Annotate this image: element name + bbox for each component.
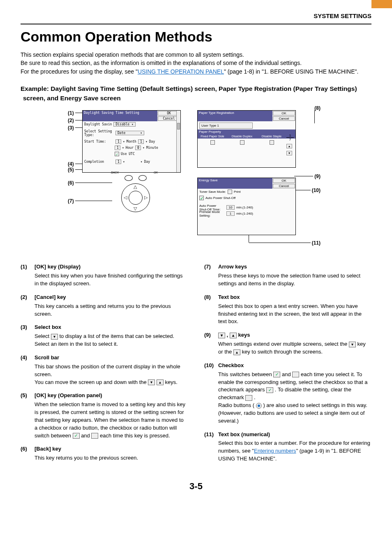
staple-check[interactable] (270, 140, 274, 145)
row4-label: Completion (84, 160, 114, 164)
callout-9: (9) (314, 173, 321, 179)
intro-line1: This section explains special operation … (21, 51, 244, 58)
callout-4: (4) (68, 161, 74, 167)
auto-off-check[interactable] (199, 196, 204, 200)
row2-label: Select Setting Type: (84, 130, 114, 137)
use-utc-checkbox[interactable] (115, 152, 119, 156)
minute-num[interactable]: 0 (135, 146, 141, 150)
checkbox-off-icon (91, 433, 98, 439)
page-down-key[interactable]: ▾ (286, 151, 292, 155)
callout-7: (7) (68, 198, 74, 204)
callout-2: (2) (68, 118, 74, 123)
diagram-left: (1) (2) (3) (4) (5) (6) (7) Daylight Sav… (21, 109, 185, 232)
row1-label: Daylight Savin (84, 123, 112, 126)
item-4: (4)Scroll bar This bar shows the positio… (21, 354, 188, 386)
entering-numbers-link[interactable]: Entering numbers (254, 448, 296, 454)
item-6: (6)[Back] key This key returns you to th… (21, 445, 188, 462)
divider-top (21, 23, 371, 25)
back-key[interactable] (125, 175, 133, 181)
row2-select[interactable]: Date▾ (115, 131, 144, 135)
scrollbar[interactable] (176, 111, 180, 172)
item-1: (1)[OK] key (Display) Select this key wh… (21, 263, 188, 288)
callout-6: (6) (68, 180, 74, 186)
es-cancel-button[interactable]: Cancel (273, 184, 295, 188)
operation-panel-link[interactable]: USING THE OPERATION PANEL (138, 68, 224, 75)
page-down-icon-2: ▾ (349, 342, 356, 347)
page-up-icon-2: ▴ (233, 349, 240, 355)
energy-title: Energy Save (198, 178, 272, 189)
pt-cancel-button[interactable]: Cancel (273, 116, 295, 121)
user-type-textbox[interactable]: User Type 1 (199, 123, 253, 129)
item-9: (9) ▾ , ▴ keys When settings extend over… (204, 331, 371, 356)
fixed-check[interactable] (210, 140, 215, 145)
scroll-up-icon: ▴ (157, 379, 164, 385)
panel-title: Daylight Saving Time Setting (83, 111, 157, 121)
diagram-right: (8) (9) (10) (11) Paper Type Registratio… (193, 109, 366, 252)
auto-off-num[interactable]: 10 (226, 205, 235, 210)
scroll-thumb[interactable] (177, 123, 180, 130)
dropdown-icon: ▾ (51, 334, 58, 340)
arrow-up-icon[interactable]: △ (134, 184, 137, 190)
page-down-icon: ▾ (218, 333, 225, 338)
callout-11: (11) (312, 240, 321, 246)
callout-3: (3) (68, 125, 74, 131)
checkbox-off-icon-3 (245, 395, 252, 401)
explanations: (1)[OK] key (Display) Select this key wh… (21, 263, 371, 469)
ok-panel-key[interactable] (138, 175, 147, 181)
item-10: (10)Checkbox This switches between and e… (204, 362, 371, 425)
month-num[interactable]: 1 (115, 139, 121, 144)
paper-type-panel: Paper Type Registration OK Cancel User T… (197, 110, 296, 168)
hour-num[interactable]: 1 (115, 146, 120, 150)
section-header: SYSTEM SETTINGS (21, 12, 371, 19)
item-2: (2)[Cancel] key This key cancels a setti… (21, 294, 188, 318)
energy-save-panel: Energy Save OK Cancel Toner Save Mode: P… (197, 178, 296, 235)
arrow-right-icon[interactable]: ▷ (144, 195, 148, 200)
page-up-key[interactable]: ▴ (286, 144, 292, 148)
preheat-num[interactable]: 1 (226, 211, 235, 216)
row3-label: Start Time: (84, 140, 114, 143)
item-3: (3)Select box Select ▾ to display a list… (21, 324, 188, 348)
example-heading: Example: Daylight Saving Time Setting (D… (21, 84, 371, 103)
page-number: 3-5 (21, 481, 371, 492)
intro-line3a: For the procedures for using the display… (21, 68, 138, 75)
item-11: (11)Text box (numerical) Select this box… (204, 431, 371, 463)
intro-line3b: " (page 1-8) in "1. BEFORE USING THE MAC… (224, 68, 358, 75)
col-right: (7)Arrow keys Press these keys to move t… (204, 263, 371, 469)
paper-title: Paper Type Registration (198, 111, 272, 121)
daylight-panel: Daylight Saving Time Setting OK Cancel D… (82, 110, 181, 173)
item-5: (5)[OK] key (Operation panel) When the s… (21, 392, 188, 439)
dpad[interactable]: △ ▽ ◁ ▷ (121, 183, 150, 212)
intro-text: This section explains special operation … (21, 51, 371, 76)
toner-print-check[interactable] (228, 190, 232, 194)
callout-5: (5) (68, 167, 74, 173)
page-up-icon: ▴ (230, 333, 237, 338)
pt-ok-button[interactable]: OK (273, 111, 295, 116)
row1-select[interactable]: Disable ▾ (113, 122, 135, 127)
scroll-down-icon: ▾ (148, 379, 155, 385)
callout-1: (1) (68, 110, 74, 116)
day-num[interactable]: 1 (138, 139, 144, 144)
checkbox-off-icon-2 (292, 372, 299, 377)
arrow-left-icon[interactable]: ◁ (124, 195, 127, 200)
diagrams-row: (1) (2) (3) (4) (5) (6) (7) Daylight Sav… (21, 109, 371, 252)
es-ok-button[interactable]: OK (273, 178, 295, 183)
physical-keys: BACK OK △ ▽ ◁ ▷ (111, 175, 160, 212)
checkbox-on-icon (73, 433, 80, 439)
page-title: Common Operation Methods (21, 29, 371, 45)
col-left: (1)[OK] key (Display) Select this key wh… (21, 263, 188, 469)
duplex-check[interactable] (240, 140, 244, 145)
arrow-down-icon[interactable]: ▽ (134, 206, 137, 211)
radio-on-icon (256, 403, 262, 409)
checkbox-on-icon-3 (266, 387, 273, 393)
page: SYSTEM SETTINGS Common Operation Methods… (0, 0, 392, 555)
item-8: (8)Text box Select this box to open a te… (204, 294, 371, 326)
intro-line2: Be sure to read this section, as the inf… (21, 60, 302, 66)
item-7: (7)Arrow keys Press these keys to move t… (204, 263, 371, 288)
checkbox-on-icon-2 (273, 372, 280, 377)
prop-header: Paper Property (198, 130, 295, 134)
callout-10: (10) (312, 187, 321, 193)
callout-8: (8) (314, 105, 321, 111)
